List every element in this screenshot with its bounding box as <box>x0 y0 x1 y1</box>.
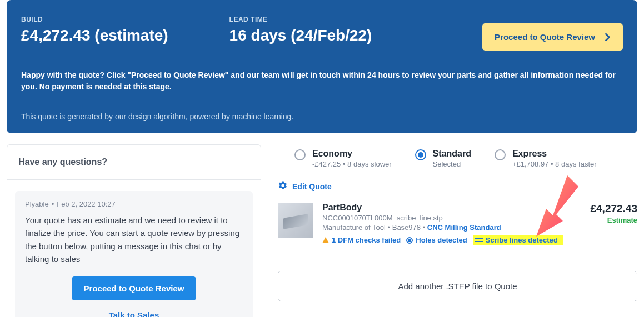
questions-title: Have any questions? <box>7 157 261 180</box>
radio-icon <box>415 149 426 160</box>
leadtime-value: 16 days (24/Feb/22) <box>229 27 372 44</box>
part-row: PartBody NCC0001070TL000M_scribe_line.st… <box>278 203 637 245</box>
delivery-label: Economy <box>312 149 392 159</box>
scribe-text: Scribe lines detected <box>486 236 558 244</box>
header-metrics: BUILD £4,272.43 (estimate) LEAD TIME 16 … <box>21 16 433 44</box>
edit-quote-button[interactable]: Edit Quote <box>278 180 637 193</box>
chat-message: Plyable•Feb 2, 2022 10:27 Your quote has… <box>15 191 253 317</box>
proceed-to-quote-review-button[interactable]: Proceed to Quote Review <box>482 23 623 51</box>
delivery-sub: Selected <box>433 160 471 168</box>
part-file-name: NCC0001070TL000M_scribe_line.stp <box>322 214 581 222</box>
delivery-sub: -£427.25 • 8 days slower <box>312 160 392 168</box>
gear-icon <box>278 180 288 193</box>
delivery-label: Standard <box>433 149 471 159</box>
quote-header-card: BUILD £4,272.43 (estimate) LEAD TIME 16 … <box>7 0 637 133</box>
delivery-sub: +£1,708.97 • 8 days faster <box>512 160 597 168</box>
holes-badge[interactable]: Holes detected <box>406 236 467 244</box>
delivery-option-express[interactable]: Express +£1,708.97 • 8 days faster <box>495 149 597 168</box>
add-step-file-button[interactable]: Add another .STEP file to Quote <box>278 271 637 301</box>
content-row: Have any questions? Plyable•Feb 2, 2022 … <box>0 144 644 317</box>
part-thumbnail[interactable] <box>278 203 313 238</box>
edit-quote-label: Edit Quote <box>292 182 332 191</box>
dfm-text: 1 DFM checks failed <box>332 236 401 244</box>
part-meta-prefix: Manufacture of Tool • Base978 • <box>322 223 427 232</box>
chat-author: Plyable <box>25 200 49 208</box>
header-top-row: BUILD £4,272.43 (estimate) LEAD TIME 16 … <box>21 16 623 51</box>
questions-card: Have any questions? Plyable•Feb 2, 2022 … <box>7 144 261 317</box>
scribe-lines-badge[interactable]: Scribe lines detected <box>473 235 563 245</box>
part-price: £4,272.43 Estimate <box>590 203 637 224</box>
radio-icon <box>294 149 306 160</box>
holes-text: Holes detected <box>416 236 467 244</box>
chat-body: Your quote has an estimate and we need t… <box>25 214 243 265</box>
build-value: £4,272.43 (estimate) <box>21 27 168 44</box>
chat-actions: Proceed to Quote Review Talk to Sales <box>25 276 243 317</box>
header-divider <box>21 104 623 104</box>
part-badges: 1 DFM checks failed Holes detected Scrib… <box>322 235 581 245</box>
talk-to-sales-link[interactable]: Talk to Sales <box>25 310 243 317</box>
leadtime-label: LEAD TIME <box>229 16 372 23</box>
delivery-option-economy[interactable]: Economy -£427.25 • 8 days slower <box>294 149 392 168</box>
chat-proceed-button[interactable]: Proceed to Quote Review <box>72 276 197 300</box>
chat-timestamp: Feb 2, 2022 10:27 <box>57 200 116 208</box>
build-label: BUILD <box>21 16 168 23</box>
leadtime-block: LEAD TIME 16 days (24/Feb/22) <box>229 16 372 44</box>
part-info: PartBody NCC0001070TL000M_scribe_line.st… <box>322 203 581 245</box>
part-name: PartBody <box>322 203 581 213</box>
part-meta: Manufacture of Tool • Base978 • CNC Mill… <box>322 223 581 232</box>
radio-icon <box>495 149 506 160</box>
delivery-option-standard[interactable]: Standard Selected <box>415 149 471 168</box>
chevron-right-icon <box>605 33 611 41</box>
chat-meta: Plyable•Feb 2, 2022 10:27 <box>25 200 243 208</box>
header-footer-note: This quote is generated by our design al… <box>21 112 623 121</box>
delivery-options: Economy -£427.25 • 8 days slower Standar… <box>294 149 637 168</box>
scribe-lines-icon <box>475 236 483 244</box>
right-column: Economy -£427.25 • 8 days slower Standar… <box>278 144 637 317</box>
delivery-label: Express <box>512 149 597 159</box>
holes-icon <box>406 237 413 244</box>
part-process-link[interactable]: CNC Milling Standard <box>427 223 501 232</box>
build-block: BUILD £4,272.43 (estimate) <box>21 16 168 44</box>
price-sub: Estimate <box>590 216 637 224</box>
dfm-badge[interactable]: 1 DFM checks failed <box>322 236 401 244</box>
price-value: £4,272.43 <box>590 203 637 215</box>
warning-icon <box>322 237 329 243</box>
header-description: Happy with the quote? Click "Proceed to … <box>21 69 623 93</box>
proceed-button-label: Proceed to Quote Review <box>495 32 595 42</box>
